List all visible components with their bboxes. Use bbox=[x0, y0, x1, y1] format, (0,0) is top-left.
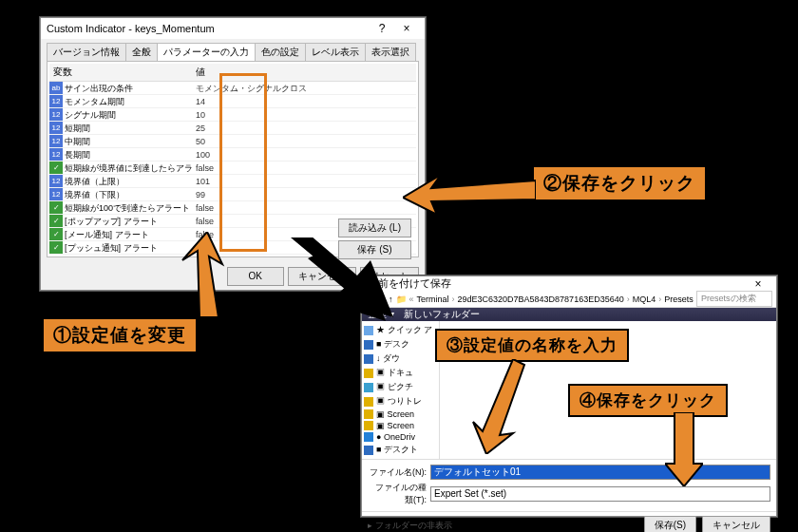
param-name: 境界値（下限） bbox=[63, 188, 192, 200]
save-close-icon[interactable]: × bbox=[746, 277, 770, 291]
param-value[interactable]: 50 bbox=[192, 135, 416, 147]
grid-header: 変数 値 bbox=[49, 64, 416, 82]
tree-icon bbox=[364, 369, 373, 378]
param-value[interactable]: 100 bbox=[192, 148, 416, 161]
crumb-2[interactable]: MQL4 bbox=[633, 294, 656, 304]
help-icon[interactable]: ? bbox=[370, 22, 394, 35]
tab-parameters[interactable]: パラメーターの入力 bbox=[157, 43, 256, 61]
param-name: シグナル期間 bbox=[63, 108, 192, 121]
filename-label: ファイル名(N): bbox=[368, 466, 427, 479]
table-row[interactable]: 12長期間100 bbox=[49, 148, 416, 162]
ok-button[interactable]: OK bbox=[227, 267, 284, 286]
param-value[interactable]: 14 bbox=[192, 95, 416, 107]
type-icon: ✓ bbox=[49, 228, 63, 240]
tree-icon bbox=[364, 409, 373, 419]
arrow-2 bbox=[403, 171, 536, 218]
type-icon: 12 bbox=[49, 108, 63, 121]
big-arrow bbox=[281, 238, 395, 344]
tree-item[interactable]: ■ デスクト bbox=[364, 443, 437, 457]
tree-icon bbox=[364, 432, 373, 442]
type-icon: ab bbox=[49, 82, 63, 94]
tree-label: ● OneDriv bbox=[376, 432, 415, 442]
col-value: 値 bbox=[192, 64, 416, 81]
new-folder-button[interactable]: 新しいフォルダー bbox=[404, 308, 480, 321]
table-row[interactable]: 12短期間25 bbox=[49, 122, 416, 135]
tree-item[interactable]: ▣ ドキュ bbox=[364, 366, 437, 380]
crumb-0[interactable]: Terminal bbox=[417, 294, 449, 304]
tree-item[interactable]: ● OneDriv bbox=[364, 431, 437, 443]
tree-item[interactable]: ▣ Screen bbox=[364, 408, 437, 420]
tree-label: ↓ ダウ bbox=[376, 352, 400, 365]
table-row[interactable]: abサイン出現の条件モメンタム・シグナルクロス bbox=[49, 82, 416, 95]
load-button[interactable]: 読み込み (L) bbox=[338, 218, 411, 238]
table-row[interactable]: 12境界値（上限）101 bbox=[49, 175, 416, 188]
search-input[interactable]: Presetsの検索 bbox=[696, 291, 772, 307]
tree-label: ■ デスクト bbox=[376, 444, 418, 456]
svg-marker-0 bbox=[182, 232, 222, 317]
crumb-1[interactable]: 29dE3C6320D7BA5843D8787163ED35640 bbox=[458, 294, 624, 304]
param-name: 短期線が境界値に到達したらアラート bbox=[63, 162, 192, 174]
arrow-4 bbox=[665, 412, 703, 486]
arrow-1 bbox=[124, 232, 228, 327]
table-row[interactable]: 12シグナル期間10 bbox=[49, 108, 416, 122]
type-icon: 12 bbox=[49, 122, 63, 134]
param-value[interactable]: false bbox=[192, 162, 416, 174]
crumb-3[interactable]: Presets bbox=[664, 294, 694, 304]
param-value[interactable]: モメンタム・シグナルクロス bbox=[192, 82, 416, 94]
save-cancel-button[interactable]: キャンセル bbox=[702, 516, 770, 532]
callout-2: ②保存をクリック bbox=[532, 165, 707, 201]
folders-toggle[interactable]: ▸ フォルダーの非表示 bbox=[368, 520, 452, 532]
filetype-select[interactable]: Expert Set (*.set) bbox=[430, 486, 770, 502]
tab-display[interactable]: 表示選択 bbox=[365, 43, 416, 61]
param-value[interactable]: false bbox=[192, 201, 416, 214]
param-name: 短期間 bbox=[63, 122, 192, 134]
tree-label: ▣ ピクチ bbox=[376, 381, 413, 393]
param-name: 短期線が100で到達たらアラート bbox=[63, 201, 192, 214]
tab-general[interactable]: 全般 bbox=[125, 43, 158, 61]
table-row[interactable]: ✓短期線が100で到達たらアラートfalse bbox=[49, 201, 416, 215]
tab-levels[interactable]: レベル表示 bbox=[305, 43, 366, 61]
save-confirm-button[interactable]: 保存(S) bbox=[644, 516, 696, 532]
table-row[interactable]: 12境界値（下限）99 bbox=[49, 188, 416, 201]
tree-icon bbox=[364, 354, 373, 364]
param-name: モメンタム期間 bbox=[63, 95, 192, 107]
tree-item[interactable]: ▣ ピクチ bbox=[364, 380, 437, 394]
tree-icon bbox=[364, 446, 373, 455]
tree-item[interactable]: ▣ Screen bbox=[364, 420, 437, 431]
tree-label: ▣ Screen bbox=[376, 421, 414, 430]
type-icon: 12 bbox=[49, 188, 63, 200]
table-row[interactable]: 12中期間50 bbox=[49, 135, 416, 148]
tab-bar: バージョン情報 全般 パラメーターの入力 色の設定 レベル表示 表示選択 bbox=[41, 39, 425, 61]
tree-item[interactable]: ▣ つりトレ bbox=[364, 394, 437, 408]
type-icon: 12 bbox=[49, 95, 63, 107]
type-icon: ✓ bbox=[49, 215, 63, 227]
tree-icon bbox=[364, 383, 373, 392]
param-value[interactable]: 101 bbox=[192, 175, 416, 187]
titlebar: Custom Indicator - keys_Momentum ? × bbox=[41, 18, 425, 39]
table-row[interactable]: 12モメンタム期間14 bbox=[49, 95, 416, 108]
save-footer: ▸ フォルダーの非表示 保存(S) キャンセル bbox=[362, 511, 776, 532]
tree-label: ▣ ドキュ bbox=[376, 367, 413, 379]
param-name: 長期間 bbox=[63, 148, 192, 161]
param-value[interactable]: 99 bbox=[192, 188, 416, 200]
param-name: 中期間 bbox=[63, 135, 192, 147]
type-icon: 12 bbox=[49, 148, 63, 161]
svg-marker-1 bbox=[403, 175, 536, 215]
tree-label: ▣ つりトレ bbox=[376, 395, 422, 408]
tab-colors[interactable]: 色の設定 bbox=[255, 43, 306, 61]
tree-icon bbox=[364, 421, 373, 430]
type-icon: ✓ bbox=[49, 201, 63, 214]
param-name: [ポップアップ] アラート bbox=[63, 215, 192, 227]
table-row[interactable]: ✓短期線が境界値に到達したらアラートfalse bbox=[49, 162, 416, 175]
tree-item[interactable]: ↓ ダウ bbox=[364, 352, 437, 366]
close-icon[interactable]: × bbox=[394, 22, 419, 35]
filetype-label: ファイルの種類(T): bbox=[368, 482, 427, 506]
folder-icon: 📁 bbox=[396, 294, 407, 304]
save-titlebar: 名前を付けて保存 × bbox=[362, 276, 776, 291]
filename-input[interactable] bbox=[430, 465, 770, 480]
callout-4: ④保存をクリック bbox=[568, 384, 728, 417]
param-value[interactable]: 10 bbox=[192, 108, 416, 121]
param-value[interactable]: 25 bbox=[192, 122, 416, 134]
tab-version[interactable]: バージョン情報 bbox=[47, 43, 126, 61]
tree-label: ▣ Screen bbox=[376, 409, 414, 419]
